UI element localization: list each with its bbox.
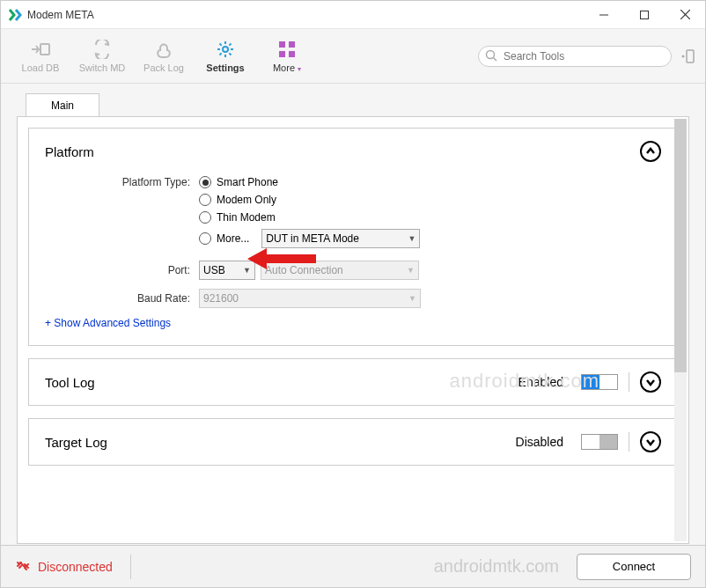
pack-log-icon — [153, 39, 174, 60]
close-button[interactable] — [665, 1, 705, 29]
svg-rect-8 — [279, 51, 285, 57]
svg-rect-9 — [289, 51, 295, 57]
load-db-label: Load DB — [22, 62, 60, 73]
tool-log-section: Tool Log Enabled — [28, 358, 678, 406]
status-watermark: androidmtk.com — [434, 556, 559, 577]
search-field[interactable] — [478, 46, 672, 67]
switch-md-icon — [92, 39, 113, 60]
platform-title: Platform — [45, 144, 94, 159]
port-select[interactable]: USB▼ — [199, 261, 255, 280]
tool-log-toggle[interactable] — [581, 374, 618, 390]
radio-modem-only[interactable] — [199, 194, 211, 206]
load-db-icon — [30, 39, 51, 60]
baud-select: 921600▼ — [199, 289, 421, 308]
more-button[interactable]: More ▾ — [256, 39, 318, 73]
platform-type-label: Platform Type: — [45, 176, 199, 188]
window-title: Modem META — [27, 9, 584, 21]
scroll-thumb[interactable] — [674, 119, 687, 372]
more-mode-select[interactable]: DUT in META Mode▼ — [261, 229, 420, 248]
svg-line-11 — [494, 57, 497, 61]
target-log-toggle[interactable] — [581, 434, 618, 450]
tab-strip: Main — [26, 92, 689, 116]
radio-modem-only-label[interactable]: Modem Only — [217, 194, 276, 206]
settings-label: Settings — [206, 62, 244, 73]
main-panel: Platform Platform Type: Smart Phone Mode… — [17, 116, 689, 544]
radio-thin-modem[interactable] — [199, 211, 211, 224]
pack-log-label: Pack Log — [143, 62, 184, 73]
toolbar: Load DB Switch MD Pack Log Settings More… — [1, 29, 705, 84]
show-advanced-link[interactable]: + Show Advanced Settings — [45, 317, 661, 329]
tool-log-expand-button[interactable] — [640, 371, 661, 393]
radio-more[interactable] — [199, 232, 211, 245]
disconnected-icon — [15, 557, 31, 576]
target-log-state: Disabled — [516, 435, 563, 449]
title-bar: Modem META — [1, 1, 705, 29]
radio-smart-phone-label[interactable]: Smart Phone — [217, 176, 278, 188]
scrollbar[interactable] — [674, 119, 687, 541]
radio-thin-modem-label[interactable]: Thin Modem — [217, 211, 276, 224]
settings-icon — [215, 39, 236, 60]
svg-rect-6 — [279, 41, 285, 48]
baud-label: Baud Rate: — [45, 292, 199, 305]
more-label: More ▾ — [273, 62, 301, 73]
connect-button[interactable]: Connect — [577, 554, 691, 580]
switch-md-label: Switch MD — [79, 62, 126, 73]
status-separator — [130, 555, 131, 579]
radio-more-label[interactable]: More... — [217, 232, 249, 245]
svg-point-10 — [487, 50, 495, 58]
svg-rect-4 — [40, 44, 49, 55]
port-label: Port: — [45, 264, 199, 276]
svg-rect-7 — [289, 41, 295, 48]
tab-main[interactable]: Main — [26, 93, 99, 117]
content-area: Main Platform Platform Type: Smart Phone… — [1, 84, 705, 545]
target-log-section: Target Log Disabled — [28, 418, 678, 466]
tool-log-title: Tool Log — [45, 375, 95, 390]
tool-log-state: Enabled — [518, 375, 563, 389]
status-text: Disconnected — [38, 560, 113, 574]
port-connection-select: Auto Connection▼ — [261, 261, 419, 280]
more-icon — [276, 39, 298, 60]
svg-point-5 — [223, 47, 228, 52]
collapse-button[interactable] — [640, 141, 661, 162]
status-bar: Disconnected androidmtk.com Connect — [1, 545, 705, 587]
search-icon — [485, 49, 497, 65]
pack-log-button[interactable]: Pack Log — [133, 39, 195, 73]
platform-section: Platform Platform Type: Smart Phone Mode… — [28, 128, 678, 346]
settings-button[interactable]: Settings — [195, 39, 256, 73]
switch-md-button[interactable]: Switch MD — [71, 39, 133, 73]
svg-rect-1 — [641, 11, 649, 18]
svg-point-13 — [682, 55, 685, 57]
panel-toggle-icon[interactable] — [679, 48, 696, 65]
radio-smart-phone[interactable] — [199, 176, 211, 188]
search-input[interactable] — [478, 46, 672, 67]
svg-rect-12 — [687, 50, 694, 62]
load-db-button[interactable]: Load DB — [10, 39, 71, 73]
target-log-expand-button[interactable] — [640, 431, 661, 452]
minimize-button[interactable] — [584, 1, 624, 29]
app-logo-icon — [8, 8, 22, 22]
target-log-title: Target Log — [45, 435, 107, 450]
maximize-button[interactable] — [624, 1, 665, 29]
